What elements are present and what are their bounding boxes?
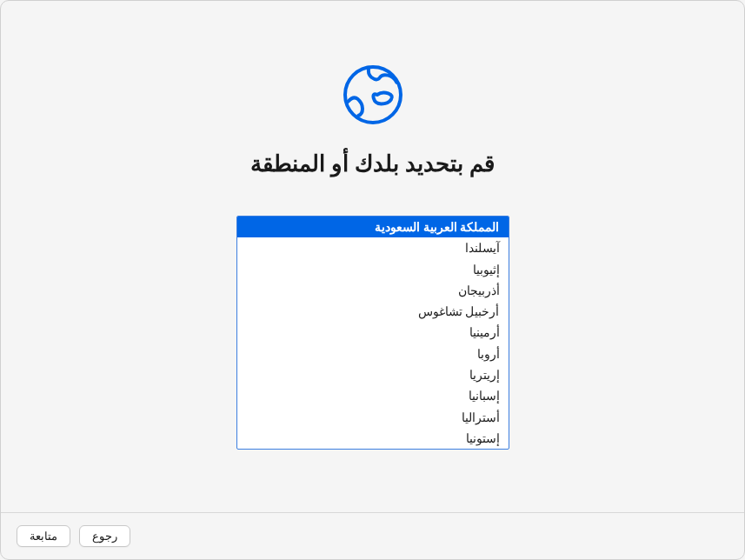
- country-item[interactable]: إريتريا: [237, 364, 509, 385]
- country-item[interactable]: أروبا: [237, 343, 509, 364]
- country-item[interactable]: أرمينيا: [237, 322, 509, 343]
- country-item[interactable]: أذربيجان: [237, 280, 509, 301]
- country-item[interactable]: إسبانيا: [237, 385, 509, 406]
- footer-bar: متابعة رجوع: [1, 512, 744, 559]
- continue-button[interactable]: متابعة: [17, 525, 70, 547]
- globe-icon: [338, 60, 408, 130]
- country-list[interactable]: المملكة العربية السعوديةآيسلنداإثيوبياأذ…: [236, 216, 509, 450]
- country-item[interactable]: إستونيا: [237, 428, 509, 449]
- country-item[interactable]: المملكة العربية السعودية: [237, 217, 509, 237]
- page-title: قم بتحديد بلدك أو المنطقة: [250, 150, 496, 177]
- content-area: قم بتحديد بلدك أو المنطقة المملكة العربي…: [1, 1, 744, 512]
- country-item[interactable]: آيسلندا: [237, 237, 509, 258]
- country-item[interactable]: أستراليا: [237, 407, 509, 428]
- setup-window: قم بتحديد بلدك أو المنطقة المملكة العربي…: [0, 0, 745, 560]
- country-item[interactable]: أرخبيل تشاغوس: [237, 301, 509, 322]
- country-item[interactable]: إثيوبيا: [237, 259, 509, 280]
- back-button[interactable]: رجوع: [79, 525, 130, 547]
